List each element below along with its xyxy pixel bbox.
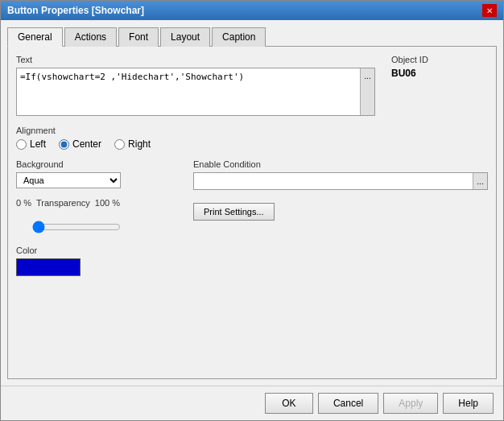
color-preview[interactable] [16,258,81,276]
slider-wrapper [16,221,177,236]
alignment-label: Alignment [16,126,488,135]
tab-general[interactable]: General [7,27,63,47]
apply-button[interactable]: Apply [383,393,438,414]
transparency-slider[interactable] [32,221,121,233]
bottom-bar: OK Cancel Apply Help [1,386,503,420]
alignment-left-option[interactable]: Left [16,138,46,150]
left-controls: Background Aqua Red Blue Green White Bla… [16,159,177,276]
tab-actions[interactable]: Actions [64,27,117,47]
alignment-center-option[interactable]: Center [59,138,101,150]
print-settings-section: Print Settings... [193,203,488,221]
title-bar: Button Properties [Showchar] ✕ [1,1,503,20]
text-objectid-row: Text =If(vshowchart=2 ,'Hidechart','Show… [16,55,488,116]
alignment-left-radio[interactable] [16,139,27,150]
tab-bar: General Actions Font Layout Caption [7,27,497,47]
enable-condition-section: Enable Condition ... [193,159,488,190]
background-section: Background Aqua Red Blue Green White Bla… [16,159,177,188]
transparency-max-label: 100 % [95,198,120,208]
window-body: General Actions Font Layout Caption Text… [1,20,503,386]
window-title: Button Properties [Showchar] [7,5,144,16]
object-id-section: Object ID BU06 [391,55,488,116]
object-id-value: BU06 [391,68,488,79]
text-label: Text [16,55,375,64]
help-button[interactable]: Help [443,393,494,414]
tab-content-general: Text =If(vshowchart=2 ,'Hidechart','Show… [7,47,497,379]
cancel-button[interactable]: Cancel [318,393,378,414]
alignment-left-label: Left [30,138,46,150]
transparency-min-label: 0 % [16,198,31,208]
transparency-label: Transparency [36,198,90,208]
print-settings-button[interactable]: Print Settings... [193,203,275,221]
ok-button[interactable]: OK [265,393,313,414]
close-button[interactable]: ✕ [482,4,497,17]
alignment-right-radio[interactable] [114,139,125,150]
color-label: Color [16,246,177,255]
enable-condition-button[interactable]: ... [473,173,487,189]
enable-condition-label: Enable Condition [193,159,488,169]
background-label: Background [16,159,177,169]
transparency-section: 0 % Transparency 100 % [16,198,177,208]
text-section: Text =If(vshowchart=2 ,'Hidechart','Show… [16,55,375,116]
alignment-right-label: Right [128,138,151,150]
window: Button Properties [Showchar] ✕ General A… [0,0,504,421]
tab-layout[interactable]: Layout [160,27,210,47]
tab-font[interactable]: Font [118,27,159,47]
alignment-center-label: Center [72,138,101,150]
enable-condition-input-wrapper: ... [193,172,488,190]
alignment-center-radio[interactable] [59,139,69,150]
main-controls-row: Background Aqua Red Blue Green White Bla… [16,159,488,276]
alignment-right-option[interactable]: Right [114,138,151,150]
alignment-section: Alignment Left Center Right [16,126,488,150]
tab-caption[interactable]: Caption [212,27,266,47]
text-input-wrapper: =If(vshowchart=2 ,'Hidechart','Showchart… [16,68,375,116]
background-select[interactable]: Aqua Red Blue Green White Black [16,172,121,188]
object-id-label: Object ID [391,55,488,64]
color-section: Color [16,246,177,276]
enable-condition-input[interactable] [194,173,473,189]
text-input[interactable]: =If(vshowchart=2 ,'Hidechart','Showchart… [17,68,360,115]
text-expand-button[interactable]: ... [360,68,374,115]
alignment-radio-group: Left Center Right [16,138,488,150]
right-controls: Enable Condition ... Print Settings... [193,159,488,276]
